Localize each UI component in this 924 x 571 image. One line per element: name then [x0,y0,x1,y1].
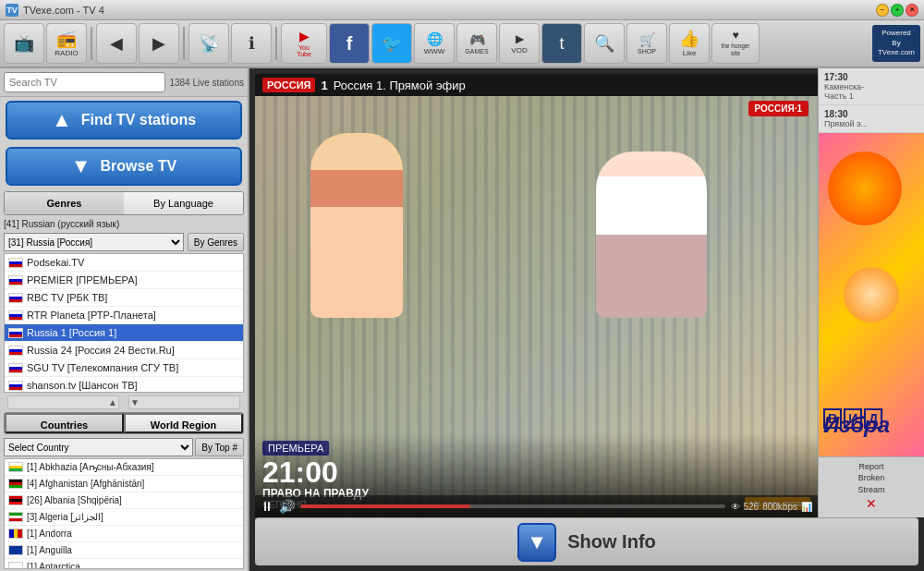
progress-bar-container[interactable] [300,504,725,508]
play-pause-button[interactable]: ⏸ [261,499,274,514]
country-list[interactable]: [1] Abkhazia [Аҧсны-Абхазия] [4] Afghani… [4,458,244,569]
signal-button[interactable]: 📡 [188,23,229,64]
flag-icon [8,545,23,555]
www-button[interactable]: 🌐 WWW [414,23,455,64]
station-item[interactable]: RBC TV [РБК ТВ] [5,289,243,307]
search-input[interactable] [4,72,165,92]
station-item[interactable]: Podsekai.TV [5,254,243,272]
flag-icon [8,346,23,356]
channel-number: 1 [321,79,327,92]
youtube-icon: ▶ [299,30,310,43]
top-btn[interactable]: By Top # [195,438,244,456]
hunger-icon: ♥ [732,30,738,41]
time-display: 21:00 [262,457,369,487]
station-name: Russia 1 [Россия 1] [27,327,116,338]
epg-title-1: Каменска-Часть 1 [824,82,918,101]
hunger-site-button[interactable]: ♥ the hungersite [711,23,760,64]
station-item[interactable]: Russia 24 [Россия 24 Вести.Ru] [5,342,243,359]
countries-tab[interactable]: Countries [5,413,124,433]
close-report-icon[interactable]: ✕ [822,495,920,514]
vod-button[interactable]: ▶ VOD [499,23,540,64]
country-dropdown[interactable]: Select Country [4,438,193,456]
station-name: RTR Planeta [РТР-Планета] [27,310,156,321]
country-item[interactable]: [26] Albania [Shqipëria] [5,492,243,509]
back-button[interactable]: ◀ [96,23,137,64]
country-name: [1] Abkhazia [Аҧсны-Абхазия] [27,462,154,472]
station-scroll-up[interactable]: ▲ [7,395,119,409]
country-item[interactable]: [1] Andorra [5,526,243,542]
like-label: Like [683,49,697,57]
youtube-button[interactable]: ▶ YouTube [281,23,327,64]
premiere-badge: ПРЕМЬЕРА [262,441,329,456]
station-item[interactable]: PREMIER [ПРЕМЬЕРА] [5,272,243,289]
info-button[interactable]: ℹ [231,23,272,64]
by-language-tab[interactable]: By Language [124,192,243,214]
tumblr-button[interactable]: t [541,23,582,64]
minimize-button[interactable]: − [876,4,889,17]
country-item[interactable]: [1] Anguilla [5,542,243,559]
browse-tv-button[interactable]: ▼ Browse TV [6,147,242,186]
station-count: 1384 Live stations [169,78,244,88]
country-name: [1] Andorra [27,528,72,539]
progress-bar [300,504,470,508]
search-web-button[interactable]: 🔍 [584,23,625,64]
www-icon: 🌐 [427,32,443,45]
scene-person-right [596,152,707,318]
ad-letters: В И Д [823,408,882,429]
flag-icon [8,562,23,569]
maximize-button[interactable]: + [891,4,904,17]
like-button[interactable]: 👍 Like [669,23,710,64]
ad-circle [828,152,902,225]
facebook-button[interactable]: f [329,23,370,64]
video-panel: РОССИЯ 1 Россия 1. Прямой эфир РОССИЯ·1 [249,68,818,517]
by-genres-button[interactable]: By Genres [188,233,244,251]
view-count: 526 [744,502,760,512]
station-scroll-down[interactable]: ▼ [128,395,240,409]
country-item[interactable]: [4] Afghanistan [Afghānistān] [5,476,243,492]
tv-button[interactable]: 📺 [4,23,44,64]
find-tv-button[interactable]: ▲ Find TV stations [6,101,242,140]
country-select-filter[interactable]: [31] Russia [Россия] [4,233,184,251]
country-name: [3] Algeria [الجزائر] [27,512,103,522]
genres-tab[interactable]: Genres [5,192,124,214]
station-item[interactable]: SGU TV [Телекомпания СГУ ТВ] [5,359,243,377]
station-list[interactable]: Podsekai.TV PREMIER [ПРЕМЬЕРА] RBC TV [Р… [4,253,244,393]
twitter-icon: 🐦 [382,35,402,52]
title-bar: TV TVexe.com - TV 4 − + ✕ [0,0,924,20]
video-epg-row: РОССИЯ 1 Россия 1. Прямой эфир РОССИЯ·1 [249,68,924,517]
report-broken-button[interactable]: Report Broken Stream ✕ [819,456,924,517]
country-item[interactable]: [3] Algeria [الجزائر] [5,509,243,526]
radio-button[interactable]: 📻 RADIO [46,23,87,64]
country-item[interactable]: [1] Antarctica [5,559,243,569]
browse-tv-label: Browse TV [101,158,177,175]
separator-1 [91,27,92,60]
station-item[interactable]: RTR Planeta [РТР-Планета] [5,307,243,324]
epg-time-1: 17:30 [824,72,918,82]
flag-icon [8,479,23,489]
games-button[interactable]: 🎮 GAMES [456,23,497,64]
world-region-tab[interactable]: World Region [124,413,243,433]
station-item[interactable]: shanson.tv [Шансон ТВ] [5,377,243,393]
forward-button[interactable]: ▶ [139,23,179,64]
country-name: [26] Albania [Shqipëria] [27,495,122,505]
separator-2 [183,27,185,60]
video-controls: ⏸ 🔊 👁 526 800kbps 📊 [255,495,818,517]
quality-icon: 📊 [801,502,812,512]
volume-button[interactable]: 🔊 [279,499,295,514]
flag-icon [8,528,23,539]
show-info-button[interactable]: ▼ Show Info [517,523,656,562]
country-item[interactable]: [1] Abkhazia [Аҧсны-Абхазия] [5,459,243,476]
filter-row: [31] Russia [Россия] By Genres [0,231,248,253]
show-info-arrow-icon: ▼ [517,523,556,562]
station-item-selected[interactable]: Russia 1 [Россия 1] [5,324,243,342]
epg-item-2: 18:30 Прямой э... [819,105,924,133]
flag-icon [8,495,23,505]
channel-header: РОССИЯ 1 Россия 1. Прямой эфир [255,74,818,96]
close-button[interactable]: ✕ [906,4,918,17]
twitter-button[interactable]: 🐦 [371,23,412,64]
toolbar: 📺 📻 RADIO ◀ ▶ 📡 ℹ ▶ YouTube f 🐦 🌐 WWW 🎮 … [0,20,924,68]
shop-button[interactable]: 🛒 SHOP [626,23,667,64]
tumblr-icon: t [559,35,564,52]
vod-label: VOD [511,46,527,55]
flag-icon [8,275,23,286]
